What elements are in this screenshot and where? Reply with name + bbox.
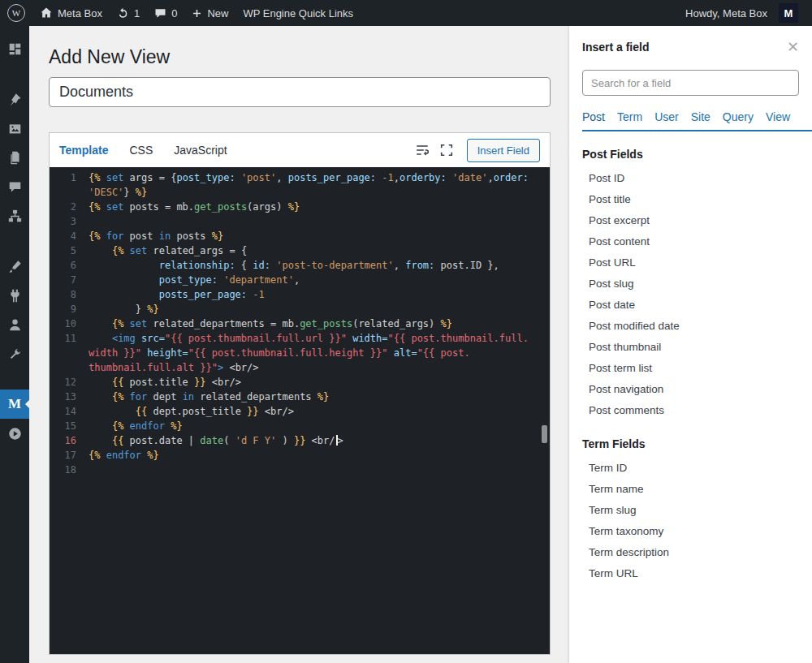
sidebar-item-plugin-circle[interactable]: [0, 419, 29, 448]
field-item[interactable]: Term name: [582, 479, 799, 500]
new-menu[interactable]: New: [184, 0, 235, 26]
quick-links-label: WP Engine Quick Links: [243, 7, 353, 19]
sidebar-item-users[interactable]: [0, 310, 29, 339]
comments-menu[interactable]: 0: [147, 0, 184, 26]
code-line[interactable]: 13 {% for dept in related_departments %}: [50, 390, 550, 404]
wrap-lines-icon[interactable]: [415, 143, 430, 157]
wp-logo-menu[interactable]: W: [0, 0, 32, 26]
code-line[interactable]: 10 {% set related_departments = mb.get_p…: [50, 316, 550, 331]
wp-engine-quick-links[interactable]: WP Engine Quick Links: [235, 0, 361, 26]
editor-scrollbar-thumb[interactable]: [542, 425, 547, 443]
panel-tab-post[interactable]: Post: [582, 110, 605, 123]
admin-sidebar: M: [0, 26, 29, 663]
line-number: 4: [50, 229, 76, 243]
view-title-input[interactable]: [49, 77, 551, 107]
editor-tabs: TemplateCSSJavaScript: [59, 144, 227, 157]
admin-bar: W Meta Box 1 0 New WP Engine Quick Links…: [0, 0, 812, 26]
line-number: 17: [50, 448, 76, 463]
field-item[interactable]: Term ID: [582, 458, 799, 479]
code-line[interactable]: 2{% set posts = mb.get_posts(args) %}: [50, 200, 550, 214]
close-icon[interactable]: ✕: [787, 41, 799, 53]
panel-tabs: PostTermUserSiteQueryView: [582, 110, 812, 131]
media-icon: [8, 122, 22, 136]
field-item[interactable]: Post excerpt: [582, 210, 799, 231]
panel-tab-query[interactable]: Query: [723, 110, 754, 123]
panel-tab-user[interactable]: User: [654, 110, 679, 123]
code-line[interactable]: 8 posts_per_page: -1: [50, 287, 550, 302]
sidebar-item-meta-box[interactable]: M: [0, 390, 29, 419]
home-icon: [40, 6, 53, 19]
code-line[interactable]: 1{% set args = {post_type: 'post', posts…: [50, 170, 550, 200]
field-item[interactable]: Post content: [582, 231, 799, 252]
code-editor[interactable]: 1{% set args = {post_type: 'post', posts…: [50, 167, 550, 654]
wordpress-admin: W Meta Box 1 0 New WP Engine Quick Links…: [0, 0, 812, 663]
code-line[interactable]: 17{% endfor %}: [50, 448, 550, 463]
wordpress-icon: W: [7, 4, 25, 22]
sidebar-item-structure[interactable]: [0, 201, 29, 230]
sidebar-item-comments[interactable]: [0, 172, 29, 201]
code-line[interactable]: 14 {{ dept.post_title }} <br/>: [50, 404, 550, 419]
sidebar-item-dashboard[interactable]: [0, 34, 29, 63]
field-item[interactable]: Post navigation: [582, 379, 799, 400]
panel-tab-view[interactable]: View: [766, 110, 790, 123]
plus-icon: [192, 8, 202, 19]
sidebar-item-plugins[interactable]: [0, 281, 29, 310]
field-item[interactable]: Post date: [582, 295, 799, 316]
field-search-input[interactable]: [582, 70, 799, 96]
fields-section-heading: Post Fields: [582, 148, 799, 161]
editor-tab-css[interactable]: CSS: [129, 144, 153, 157]
field-item[interactable]: Post term list: [582, 358, 799, 379]
sidebar-item-posts[interactable]: [0, 84, 29, 114]
comments-count: 0: [171, 7, 177, 19]
line-number: 7: [50, 273, 76, 287]
field-item[interactable]: Post comments: [582, 400, 799, 421]
code-line[interactable]: 16 {{ post.date | date( 'd F Y' ) }} <br…: [50, 433, 550, 448]
field-item[interactable]: Term description: [582, 542, 799, 563]
line-number: 6: [50, 258, 76, 273]
code-line[interactable]: 18: [50, 463, 550, 477]
line-number: 11: [50, 331, 76, 375]
code-line[interactable]: 6 relationship: { id: 'post-to-departmen…: [50, 258, 550, 273]
field-item[interactable]: Post title: [582, 189, 799, 210]
insert-field-button[interactable]: Insert Field: [467, 139, 540, 162]
field-item[interactable]: Term URL: [582, 563, 799, 584]
panel-title: Insert a field: [582, 41, 649, 54]
sidebar-item-tools[interactable]: [0, 339, 29, 368]
line-number: 9: [50, 302, 76, 316]
code-line[interactable]: 9 } %}: [50, 302, 550, 316]
code-line[interactable]: 15 {% endfor %}: [50, 419, 550, 433]
editor-tab-javascript[interactable]: JavaScript: [174, 144, 227, 157]
howdy-menu[interactable]: Howdy, Meta Box M: [678, 0, 806, 26]
sidebar-item-pages[interactable]: [0, 143, 29, 172]
field-item[interactable]: Post URL: [582, 252, 799, 273]
field-item[interactable]: Post slug: [582, 273, 799, 295]
updates-menu[interactable]: 1: [110, 0, 147, 26]
comments-icon: [154, 7, 166, 19]
code-line[interactable]: 7 post_type: 'department',: [50, 273, 550, 287]
code-lines: 1{% set args = {post_type: 'post', posts…: [50, 170, 550, 477]
sidebar-item-appearance[interactable]: [0, 252, 29, 281]
site-menu[interactable]: Meta Box: [32, 0, 110, 26]
page-title: Add New View: [49, 45, 551, 69]
fullscreen-icon[interactable]: [439, 143, 454, 157]
fields-section-heading: Term Fields: [582, 437, 799, 450]
tools-wrench-icon: [8, 347, 22, 361]
panel-tab-site[interactable]: Site: [691, 110, 710, 123]
field-item[interactable]: Post ID: [582, 168, 799, 189]
line-number: 18: [50, 463, 76, 477]
field-item[interactable]: Post modified date: [582, 316, 799, 337]
code-line[interactable]: 5 {% set related_args = {: [50, 243, 550, 258]
field-item[interactable]: Term slug: [582, 500, 799, 521]
code-line[interactable]: 11 <img src="{{ post.thumbnail.full.url …: [50, 331, 550, 375]
appearance-brush-icon: [8, 260, 22, 273]
site-name: Meta Box: [58, 7, 102, 19]
line-number: 12: [50, 375, 76, 390]
editor-tab-template[interactable]: Template: [59, 144, 108, 157]
code-line[interactable]: 4{% for post in posts %}: [50, 229, 550, 243]
panel-tab-term[interactable]: Term: [617, 110, 642, 123]
field-item[interactable]: Term taxonomy: [582, 521, 799, 542]
code-line[interactable]: 12 {{ post.title }} <br/>: [50, 375, 550, 390]
field-item[interactable]: Post thumbnail: [582, 337, 799, 358]
sidebar-item-media[interactable]: [0, 114, 29, 143]
code-line[interactable]: 3: [50, 214, 550, 229]
